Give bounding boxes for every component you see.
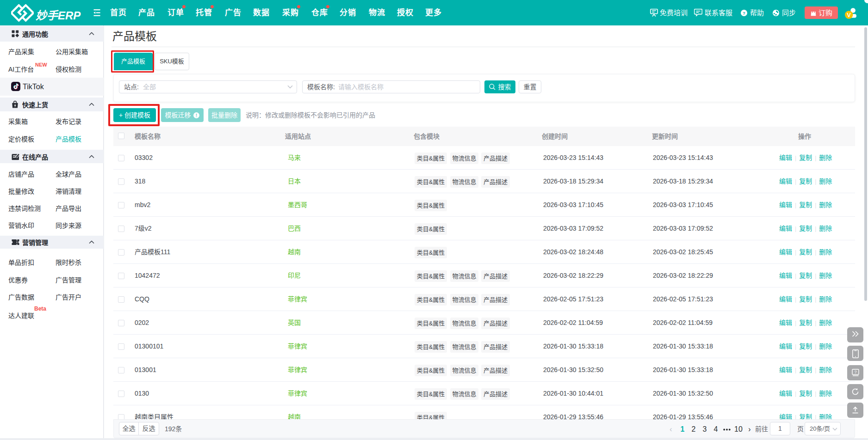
svg-text:V: V xyxy=(847,12,851,18)
svg-text:?: ? xyxy=(743,11,745,16)
svg-text:?: ? xyxy=(854,370,856,374)
